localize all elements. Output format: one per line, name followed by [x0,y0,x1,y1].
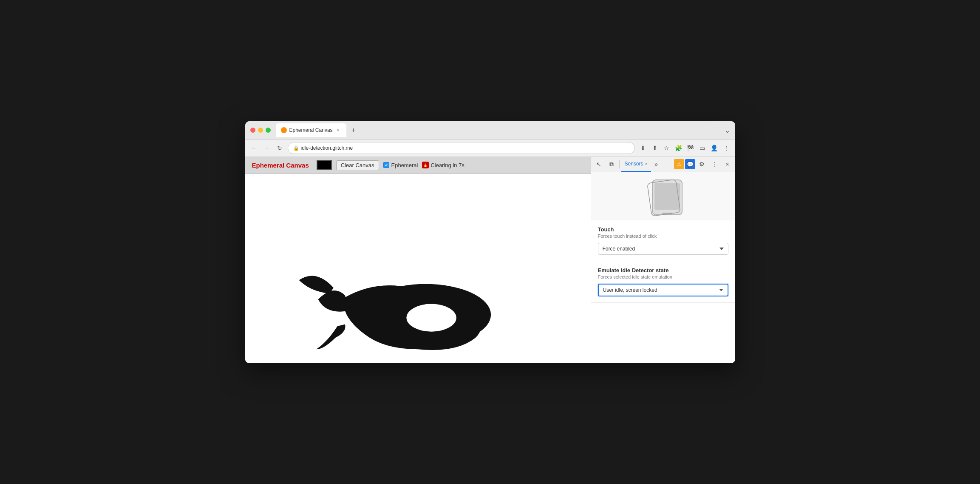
ephemeral-checkbox-container[interactable]: ✓ Ephemeral [383,162,418,168]
clearing-badge: 🔥 Clearing in 7s [422,162,465,168]
traffic-lights [250,128,271,133]
lock-icon: 🔒 [293,145,299,151]
app-title: Ephemeral Canvas [252,162,309,169]
maximize-button[interactable] [266,128,271,133]
reload-button[interactable]: ↻ [275,143,284,153]
devtools-content: Touch Forces touch instead of click No o… [591,172,735,363]
phone-image [642,179,684,213]
dots-vertical-icon: ⋮ [712,161,718,168]
address-text: idle-detection.glitch.me [301,145,353,151]
drawing-strokes [299,276,491,350]
app-toolbar: Ephemeral Canvas Clear Canvas ✓ Ephemera… [245,157,591,174]
chat-button[interactable]: 💬 [685,159,695,169]
svg-point-2 [406,304,456,331]
new-tab-button[interactable]: + [348,125,359,136]
gear-icon: ⚙ [699,161,705,168]
color-swatch[interactable] [317,160,332,170]
canvas-svg [245,174,591,363]
touch-select[interactable]: No override Force enabled Force disabled [598,243,728,255]
idle-detector-select[interactable]: No idle emulation User active, screen un… [598,284,728,296]
tab-favicon [281,127,287,133]
bookmark-icon[interactable]: ☆ [662,143,671,153]
address-bar: ← → ↻ 🔒 idle-detection.glitch.me ⬇ ⬆ ☆ 🧩… [245,140,735,157]
drawing-canvas[interactable] [245,174,591,363]
tab-close-button[interactable]: × [335,127,341,133]
more-tabs-button[interactable]: » [652,158,660,170]
title-bar-right: ⌄ [725,126,730,134]
devtools-panel: ↖ ⧉ Sensors × » ⚠ 💬 [591,157,735,363]
touch-description: Forces touch instead of click [598,233,728,239]
tab-title: Ephemeral Canvas [289,127,333,133]
cursor-tool-button[interactable]: ↖ [593,158,605,170]
back-icon: ← [251,145,257,151]
warning-icon: ⚠ [677,162,681,167]
clearing-fire-icon: 🔥 [422,162,429,168]
idle-detector-description: Forces selected idle state emulation [598,274,728,279]
close-devtools-icon: × [725,161,729,168]
responsive-icon: ⧉ [609,161,614,168]
chat-icon: 💬 [687,161,694,168]
active-tab[interactable]: Ephemeral Canvas × [276,123,346,137]
sensors-tab-label: Sensors [625,161,643,167]
download-icon[interactable]: ⬇ [638,143,648,153]
toolbar-divider [619,160,620,168]
window-chevron-icon[interactable]: ⌄ [725,126,730,134]
more-tabs-icon: » [654,161,658,168]
touch-section: Touch Forces touch instead of click No o… [591,220,735,261]
browser-window: Ephemeral Canvas × + ⌄ ← → ↻ 🔒 idle-dete… [245,121,735,363]
idle-detector-title: Emulate Idle Detector state [598,267,728,273]
address-input[interactable]: 🔒 idle-detection.glitch.me [288,142,635,154]
settings-button[interactable]: ⚙ [696,158,708,170]
app-area: Ephemeral Canvas Clear Canvas ✓ Ephemera… [245,157,591,363]
tab-bar: Ephemeral Canvas × + [276,123,725,137]
back-button[interactable]: ← [249,143,259,153]
responsive-tool-button[interactable]: ⧉ [606,158,617,170]
menu-dots-icon[interactable]: ⋮ [722,143,731,153]
phone-preview [591,172,735,220]
svg-rect-4 [654,183,680,210]
forward-button[interactable]: → [262,143,272,153]
reload-icon: ↻ [277,145,282,151]
idle-detector-section: Emulate Idle Detector state Forces selec… [591,261,735,303]
devtools-right-buttons: ⚠ 💬 ⚙ ⋮ × [674,158,734,170]
clearing-text: Clearing in 7s [431,162,465,168]
forward-icon: → [264,145,270,151]
sensors-tab[interactable]: Sensors × [621,157,651,172]
clear-canvas-button[interactable]: Clear Canvas [336,160,379,170]
browser-toolbar-icons: ⬇ ⬆ ☆ 🧩 🏁 ▭ 👤 ⋮ [638,143,731,153]
content-area: Ephemeral Canvas Clear Canvas ✓ Ephemera… [245,157,735,363]
more-options-button[interactable]: ⋮ [709,158,721,170]
ephemeral-label: Ephemeral [391,162,418,168]
minimize-button[interactable] [258,128,263,133]
checkbox-checkmark-icon: ✓ [385,163,388,168]
phone-svg [642,179,693,217]
title-bar: Ephemeral Canvas × + ⌄ [245,121,735,140]
devtools-toolbar: ↖ ⧉ Sensors × » ⚠ 💬 [591,157,735,172]
ephemeral-checkbox[interactable]: ✓ [383,162,389,168]
close-devtools-button[interactable]: × [722,158,734,170]
extensions-icon[interactable]: 🧩 [674,143,683,153]
close-button[interactable] [250,128,255,133]
touch-title: Touch [598,226,728,233]
split-icon[interactable]: ▭ [698,143,707,153]
warnings-button[interactable]: ⚠ [674,159,684,169]
cursor-icon: ↖ [596,161,601,168]
share-icon[interactable]: ⬆ [650,143,660,153]
profile-icon[interactable]: 👤 [710,143,719,153]
sensors-tab-close-icon[interactable]: × [645,161,648,166]
lab-icon[interactable]: 🏁 [686,143,695,153]
